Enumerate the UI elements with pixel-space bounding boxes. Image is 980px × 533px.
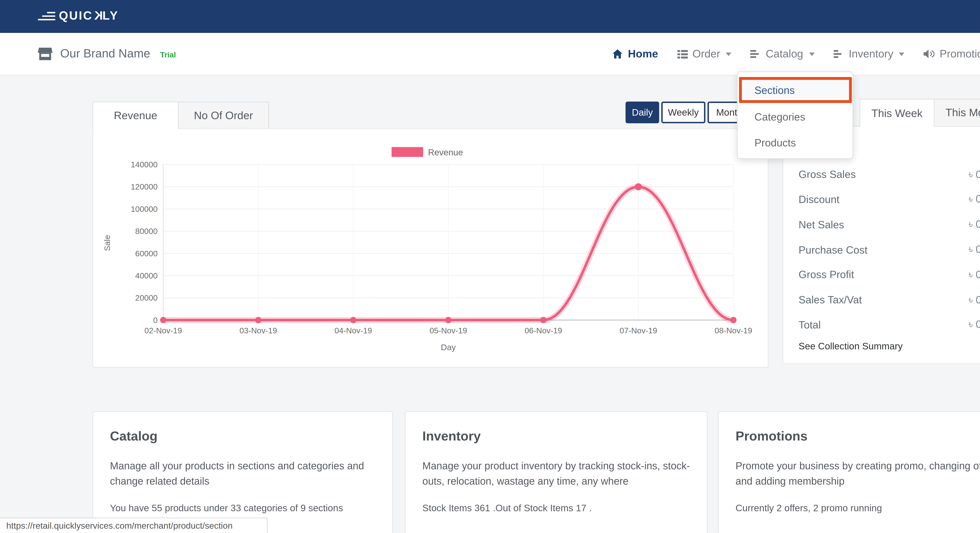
catalog-card: Catalog Manage all your products in sect… (92, 411, 393, 533)
x-axis-title: Day (441, 342, 456, 352)
y-tick: 40000 (135, 271, 158, 280)
dashboard-page: QUICKLY Our Brand Name Tria (0, 0, 980, 533)
trial-badge: Trial (160, 50, 176, 59)
browser-status-bar: https://retail.quicklyservices.com/merch… (0, 517, 267, 533)
x-tick: 08-Nov-19 (714, 326, 752, 335)
y-axis-title: Sale (103, 235, 112, 251)
x-tick: 05-Nov-19 (430, 326, 467, 335)
menu-item-products[interactable]: Products (738, 129, 853, 156)
summary-label: Gross Sales (799, 168, 856, 180)
data-point (445, 317, 452, 323)
inventory-card: Inventory Manage your product inventory … (405, 411, 708, 533)
nav-label: Inventory (849, 48, 893, 60)
tab-no-of-order[interactable]: No Of Order (178, 102, 269, 129)
promotions-card: Promotions Promote your business by crea… (718, 411, 980, 533)
y-tick: 100000 (131, 205, 158, 213)
revenue-line-chart: Revenue (93, 129, 768, 367)
home-icon (612, 49, 623, 59)
x-tick: 06-Nov-19 (525, 326, 562, 335)
x-tick: 03-Nov-19 (240, 326, 277, 335)
tab-revenue[interactable]: Revenue (92, 102, 179, 129)
tab-this-month[interactable]: This Month (934, 99, 980, 127)
summary-row-purchase-cost: Purchase Cost ৳ 0.00 (799, 237, 980, 262)
summary-row-gross-sales: Gross Sales ৳ 0.00 (799, 162, 980, 187)
summary-value: ৳ 0.00 (969, 218, 980, 231)
card-description: Promote your business by creating promo,… (736, 458, 980, 490)
summary-value: ৳ 0.00 (969, 168, 980, 180)
nav-item-home[interactable]: Home (612, 48, 658, 60)
data-point (730, 317, 737, 323)
summary-label: Total (799, 319, 821, 331)
y-tick: 0 (153, 316, 158, 325)
x-tick: 07-Nov-19 (620, 326, 657, 335)
quickly-logo: QUICKLY (38, 9, 119, 23)
see-collection-summary-link[interactable]: See Collection Summary (799, 341, 980, 352)
chevron-down-icon (809, 52, 815, 56)
storefront-icon (38, 47, 52, 60)
inventory-lines-icon (833, 49, 844, 58)
x-tick: 02-Nov-19 (145, 326, 182, 335)
summary-label: Purchase Cost (799, 243, 867, 255)
summary-row-net-sales: Net Sales ৳ 0.00 (799, 212, 980, 237)
daily-button[interactable]: Daily (626, 102, 659, 123)
card-stats: You have 55 products under 33 categories… (110, 503, 375, 513)
summary-row-gross-profit: Gross Profit ৳ 0.00 (799, 262, 980, 287)
data-point (160, 317, 166, 323)
nav-label: Catalog (766, 48, 803, 60)
summary-value: ৳ 0.00 (969, 193, 980, 205)
card-stats: Stock Items 361 .Out of Stock Items 17 . (422, 503, 690, 513)
summary-row-discount: Discount ৳ 0.00 (799, 187, 980, 212)
nav-menu: Home Order Catalog (612, 33, 980, 75)
menu-item-categories[interactable]: Categories (738, 103, 853, 129)
card-description: Manage all your products in sections and… (110, 458, 375, 490)
summary-value: ৳ 0.00 (969, 318, 980, 331)
summary-label: Gross Profit (799, 269, 854, 280)
y-tick: 140000 (131, 160, 158, 169)
card-description: Manage your product inventory by trackin… (422, 458, 690, 490)
sales-summary-card: 0 Gross Sales ৳ 0.00 Discount ৳ 0.00 Net… (783, 126, 980, 364)
catalog-lines-icon (750, 49, 761, 58)
nav-item-promotions[interactable]: Promotions (924, 48, 980, 60)
revenue-chart-card: Revenue (92, 128, 768, 368)
card-title: Promotions (736, 428, 980, 444)
card-stats: Currently 2 offers, 2 promo running (736, 503, 980, 513)
chevron-down-icon (899, 52, 905, 56)
nav-label: Order (692, 48, 720, 60)
summary-label: Net Sales (799, 218, 844, 230)
speed-lines-icon (38, 12, 55, 21)
menu-item-sections[interactable]: Sections (738, 77, 853, 103)
legend-swatch (391, 147, 423, 157)
weekly-button[interactable]: Weekly (661, 102, 705, 123)
y-tick: 60000 (135, 249, 158, 258)
data-point (255, 317, 261, 323)
data-point-peak (635, 183, 642, 190)
summary-row-total: Total ৳ 0.00 (799, 312, 980, 337)
y-tick: 20000 (135, 293, 158, 302)
logo-text: QUICKLY (59, 9, 119, 23)
main-navbar: Our Brand Name Trial Home Order (0, 33, 980, 76)
summary-value: ৳ 0.00 (969, 243, 980, 256)
summary-label: Discount (799, 193, 840, 205)
nav-label: Home (628, 48, 658, 60)
nav-label: Promotions (940, 48, 980, 60)
summary-value: ৳ 0.00 (969, 268, 980, 281)
catalog-dropdown-menu: Sections Categories Products (737, 72, 853, 159)
order-list-icon (677, 49, 687, 58)
nav-item-catalog[interactable]: Catalog (750, 48, 815, 60)
chevron-down-icon (726, 52, 732, 56)
y-tick: 120000 (131, 182, 158, 191)
brand-name: Our Brand Name (60, 47, 150, 61)
top-app-bar: QUICKLY (0, 0, 980, 33)
y-tick: 80000 (135, 227, 158, 236)
summary-row-sales-tax: Sales Tax/Vat ৳ 0.00 (799, 287, 980, 312)
card-title: Inventory (422, 428, 690, 444)
nav-item-order[interactable]: Order (677, 48, 731, 60)
summary-label: Sales Tax/Vat (799, 294, 862, 305)
megaphone-icon (924, 49, 935, 59)
card-title: Catalog (110, 428, 375, 444)
legend-label: Revenue (428, 148, 463, 157)
tab-this-week[interactable]: This Week (859, 99, 934, 127)
summary-value: ৳ 0.00 (969, 293, 980, 306)
data-point (540, 317, 546, 323)
nav-item-inventory[interactable]: Inventory (833, 48, 905, 60)
